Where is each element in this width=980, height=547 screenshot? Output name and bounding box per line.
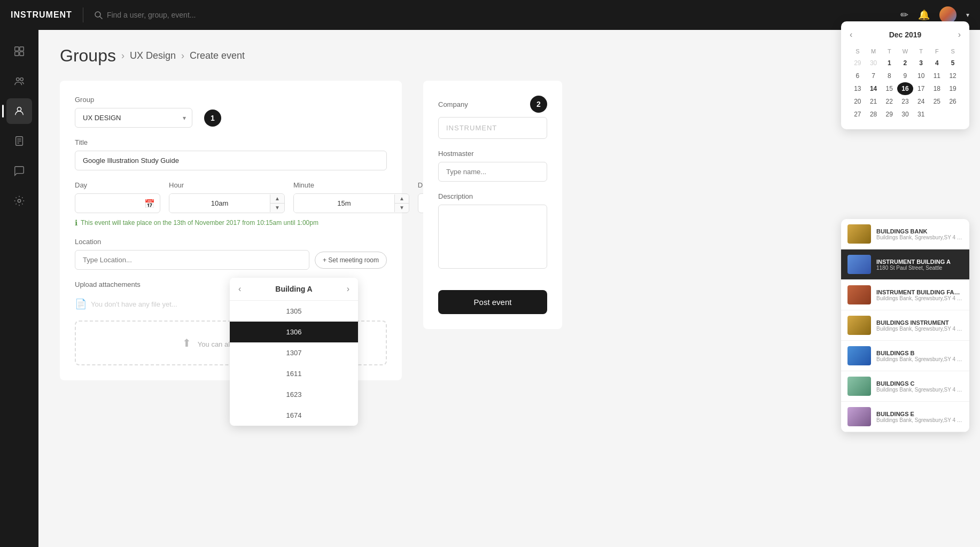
- loc-name-6: BUILDINGS C: [876, 380, 963, 387]
- loc-item-buildings-b[interactable]: BUILDINGS B Buildings Bank, Sgrewsbury,S…: [841, 341, 969, 371]
- location-input[interactable]: [75, 250, 309, 270]
- calendar-grid: S M T W T F S 29 30 1 2 3 4 5 6 7: [850, 46, 961, 121]
- cal-day-6[interactable]: 6: [850, 69, 866, 82]
- hour-decrement-button[interactable]: ▼: [270, 203, 284, 212]
- sidebar-item-person[interactable]: [6, 98, 32, 124]
- cal-day-30[interactable]: 30: [897, 108, 913, 121]
- calendar-prev-button[interactable]: ‹: [850, 30, 852, 40]
- cal-day-16-today[interactable]: 16: [897, 82, 913, 95]
- minute-decrement-button[interactable]: ▼: [395, 203, 409, 212]
- minute-value[interactable]: [294, 194, 394, 213]
- calendar-next-button[interactable]: ›: [958, 30, 961, 40]
- cal-day-31[interactable]: 31: [913, 108, 929, 121]
- cal-day-12[interactable]: 12: [945, 69, 961, 82]
- cal-day-18[interactable]: 18: [929, 82, 945, 95]
- set-meeting-room-button[interactable]: + Set meeting room: [315, 252, 387, 269]
- search-icon: [94, 11, 103, 19]
- minute-stepper[interactable]: ▲ ▼: [293, 193, 409, 213]
- loc-item-families-first[interactable]: INSTRUMENT BUILDING FAMILIES FIRST Build…: [841, 280, 969, 310]
- hostmaster-input[interactable]: [438, 162, 547, 182]
- cal-day-30-prev[interactable]: 30: [866, 57, 882, 69]
- post-event-button[interactable]: Post event: [438, 290, 547, 314]
- search-input[interactable]: [107, 11, 267, 19]
- cal-header-w: W: [897, 46, 913, 57]
- cal-day-14[interactable]: 14: [866, 82, 882, 95]
- cal-day-5[interactable]: 5: [945, 57, 961, 69]
- cal-day-26[interactable]: 26: [945, 95, 961, 108]
- room-item-1611[interactable]: 1611: [230, 363, 358, 384]
- sidebar-item-groups[interactable]: [6, 68, 32, 94]
- cal-header-s: S: [850, 46, 866, 57]
- sidebar-item-settings[interactable]: [6, 188, 32, 214]
- breadcrumb-create-event: Create event: [190, 50, 245, 61]
- cal-day-8[interactable]: 8: [881, 69, 897, 82]
- cal-day-28[interactable]: 28: [866, 108, 882, 121]
- loc-item-instrument-building-a[interactable]: INSTRUMENT BUILDING A 1180 St Paul Stree…: [841, 249, 969, 280]
- title-input[interactable]: [75, 151, 387, 170]
- cal-day-22[interactable]: 22: [881, 95, 897, 108]
- company-label: Company: [438, 100, 468, 108]
- loc-addr-7: Buildings Bank, Sgrewsbury,SY 4 2, US: [876, 417, 963, 423]
- room-item-1674[interactable]: 1674: [230, 405, 358, 426]
- svg-rect-3: [20, 47, 24, 51]
- cal-day-15[interactable]: 15: [881, 82, 897, 95]
- chevron-down-icon[interactable]: ▾: [966, 11, 969, 19]
- loc-item-buildings-bank[interactable]: BUILDINGS BANK Buildings Bank, Sgrewsbur…: [841, 219, 969, 249]
- hour-stepper-btns: ▲ ▼: [270, 194, 284, 212]
- cal-day-23[interactable]: 23: [897, 95, 913, 108]
- cal-day-29-prev[interactable]: 29: [850, 57, 866, 69]
- cal-day-11[interactable]: 11: [929, 69, 945, 82]
- cal-day-2[interactable]: 2: [897, 57, 913, 69]
- loc-item-buildings-c[interactable]: BUILDINGS C Buildings Bank, Sgrewsbury,S…: [841, 371, 969, 402]
- room-item-1307[interactable]: 1307: [230, 342, 358, 363]
- day-field: Day 📅: [75, 181, 160, 213]
- sidebar-item-document[interactable]: [6, 128, 32, 154]
- room-item-1305[interactable]: 1305: [230, 301, 358, 322]
- cal-day-20[interactable]: 20: [850, 95, 866, 108]
- bell-icon[interactable]: 🔔: [918, 9, 930, 21]
- cal-day-1[interactable]: 1: [881, 57, 897, 69]
- cal-day-29[interactable]: 29: [881, 108, 897, 121]
- day-input-wrapper[interactable]: 📅: [75, 193, 160, 213]
- hour-label: Hour: [169, 181, 285, 189]
- description-textarea[interactable]: [438, 205, 547, 269]
- loc-info-1: BUILDINGS BANK Buildings Bank, Sgrewsbur…: [876, 228, 963, 240]
- cal-day-4[interactable]: 4: [929, 57, 945, 69]
- loc-item-buildings-instrument[interactable]: BUILDINGS INSTRUMENT Buildings Bank, Sgr…: [841, 310, 969, 341]
- edit-icon[interactable]: ✏: [900, 9, 908, 21]
- sidebar: [0, 30, 38, 547]
- loc-item-buildings-e[interactable]: BUILDINGS E Buildings Bank, Sgrewsbury,S…: [841, 402, 969, 432]
- location-label: Location: [75, 238, 387, 246]
- cal-day-21[interactable]: 21: [866, 95, 882, 108]
- cal-day-19[interactable]: 19: [945, 82, 961, 95]
- group-label: Group: [75, 96, 387, 104]
- sidebar-item-layers[interactable]: [6, 38, 32, 64]
- breadcrumb-groups[interactable]: Groups: [60, 46, 116, 66]
- group-select-wrapper[interactable]: UX DESIGN ▾: [75, 108, 192, 128]
- search-bar[interactable]: [94, 11, 900, 19]
- breadcrumb-ux-design[interactable]: UX Design: [130, 50, 176, 61]
- hour-stepper[interactable]: ▲ ▼: [169, 193, 285, 213]
- cal-day-9[interactable]: 9: [897, 69, 913, 82]
- upload-icon: ⬆: [182, 337, 191, 349]
- day-input[interactable]: [75, 193, 160, 213]
- cal-day-10[interactable]: 10: [913, 69, 929, 82]
- hour-value[interactable]: [169, 194, 270, 213]
- loc-name-3: INSTRUMENT BUILDING FAMILIES FIRST: [876, 289, 963, 295]
- cal-day-27[interactable]: 27: [850, 108, 866, 121]
- sidebar-item-chat[interactable]: [6, 158, 32, 184]
- room-item-1623[interactable]: 1623: [230, 384, 358, 405]
- room-item-1306[interactable]: 1306: [230, 322, 358, 342]
- minute-increment-button[interactable]: ▲: [395, 194, 409, 203]
- hour-increment-button[interactable]: ▲: [270, 194, 284, 203]
- loc-thumb-3: [847, 285, 871, 304]
- cal-day-7[interactable]: 7: [866, 69, 882, 82]
- cal-day-24[interactable]: 24: [913, 95, 929, 108]
- cal-day-17[interactable]: 17: [913, 82, 929, 95]
- group-select[interactable]: UX DESIGN: [75, 108, 192, 128]
- step-2-badge: 2: [530, 96, 547, 113]
- cal-day-3[interactable]: 3: [913, 57, 929, 69]
- cal-day-25[interactable]: 25: [929, 95, 945, 108]
- cal-day-13[interactable]: 13: [850, 82, 866, 95]
- room-next-button[interactable]: ›: [347, 284, 349, 294]
